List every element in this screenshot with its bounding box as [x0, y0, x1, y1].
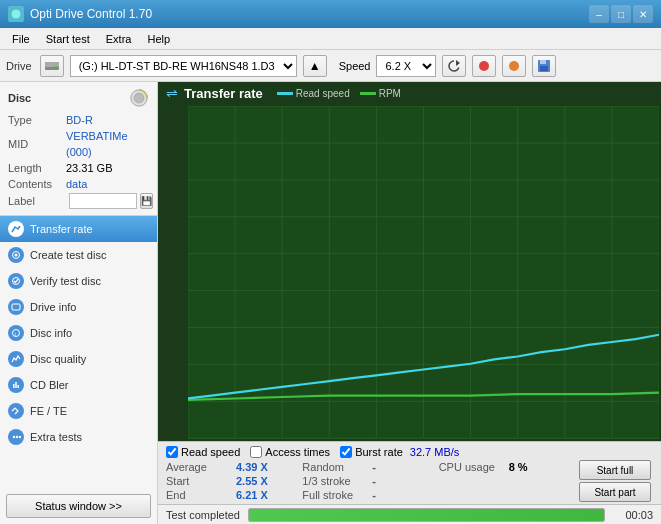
cb-access-times: Access times	[250, 446, 330, 458]
svg-marker-4	[456, 60, 460, 66]
nav-item-disc-info[interactable]: i Disc info	[0, 320, 157, 346]
stat-end: End 6.21 X	[166, 488, 302, 502]
nav-item-disc-quality[interactable]: Disc quality	[0, 346, 157, 372]
cb-read-speed: Read speed	[166, 446, 240, 458]
label-edit-button[interactable]: 💾	[140, 193, 153, 209]
svg-point-3	[54, 66, 57, 69]
nav-item-extra-tests[interactable]: Extra tests	[0, 424, 157, 450]
contents-value: data	[66, 176, 149, 192]
nav-item-cd-bler[interactable]: CD Bler	[0, 372, 157, 398]
average-label: Average	[166, 461, 236, 473]
cb-burst-rate-input[interactable]	[340, 446, 352, 458]
cb-read-speed-input[interactable]	[166, 446, 178, 458]
window-controls: – □ ✕	[589, 5, 653, 23]
create-test-disc-icon	[8, 247, 24, 263]
start-full-button[interactable]: Start full	[579, 460, 651, 480]
average-value: 4.39 X	[236, 461, 268, 473]
progress-label: Test completed	[166, 509, 240, 521]
svg-point-15	[15, 254, 18, 257]
app-icon	[8, 6, 24, 22]
stat-empty-2	[439, 488, 575, 502]
disc-length-row: Length 23.31 GB	[8, 160, 149, 176]
chart-header: ⇌ Transfer rate Read speed RPM	[158, 82, 661, 104]
menu-extra[interactable]: Extra	[98, 31, 140, 47]
checkboxes-row: Read speed Access times Burst rate 32.7 …	[166, 444, 653, 460]
stats-bar: Read speed Access times Burst rate 32.7 …	[158, 441, 661, 504]
nav-label-extra-tests: Extra tests	[30, 431, 82, 443]
minimize-button[interactable]: –	[589, 5, 609, 23]
speed-select[interactable]: 6.2 X	[376, 55, 436, 77]
stat-1-3-stroke: 1/3 stroke -	[302, 474, 438, 488]
eject-button[interactable]: ▲	[303, 55, 327, 77]
maximize-button[interactable]: □	[611, 5, 631, 23]
nav-item-create-test-disc[interactable]: Create test disc	[0, 242, 157, 268]
svg-text:i: i	[15, 331, 16, 337]
rpm-color	[360, 92, 376, 95]
stat-full-stroke: Full stroke -	[302, 488, 438, 502]
nav-label-disc-quality: Disc quality	[30, 353, 86, 365]
nav-label-cd-bler: CD Bler	[30, 379, 69, 391]
svg-rect-2	[45, 62, 59, 67]
chart-svg: 18X 16X 14X 12X 10X 8X 6X 4X 2X	[188, 106, 659, 439]
cb-burst-rate: Burst rate 32.7 MB/s	[340, 446, 459, 458]
fe-te-icon	[8, 403, 24, 419]
length-value: 23.31 GB	[66, 160, 149, 176]
full-stroke-value: -	[372, 489, 376, 501]
disc-panel: Disc Type BD-R MID VERBATIMe (000)	[0, 82, 157, 216]
verify-test-disc-icon	[8, 273, 24, 289]
drive-label: Drive	[6, 60, 32, 72]
cd-bler-icon	[8, 377, 24, 393]
speed-label: Speed	[339, 60, 371, 72]
end-label: End	[166, 489, 236, 501]
nav-item-transfer-rate[interactable]: Transfer rate	[0, 216, 157, 242]
window-title: Opti Drive Control 1.70	[30, 7, 152, 21]
cb-access-times-input[interactable]	[250, 446, 262, 458]
menu-file[interactable]: File	[4, 31, 38, 47]
red-button[interactable]	[472, 55, 496, 77]
chart-legend: Read speed RPM	[277, 88, 401, 99]
svg-rect-8	[540, 60, 546, 64]
disc-quality-icon	[8, 351, 24, 367]
disc-mid-row: MID VERBATIMe (000)	[8, 128, 149, 160]
refresh-button[interactable]	[442, 55, 466, 77]
nav-item-drive-info[interactable]: Drive info	[0, 294, 157, 320]
svg-rect-9	[540, 66, 548, 71]
close-button[interactable]: ✕	[633, 5, 653, 23]
length-label: Length	[8, 160, 66, 176]
start-part-button[interactable]: Start part	[579, 482, 651, 502]
svg-point-6	[509, 61, 519, 71]
extra-tests-icon	[8, 429, 24, 445]
svg-rect-17	[12, 304, 20, 310]
cb-read-speed-label: Read speed	[181, 446, 240, 458]
menu-start-test[interactable]: Start test	[38, 31, 98, 47]
nav-item-fe-te[interactable]: FE / TE	[0, 398, 157, 424]
save-button[interactable]	[532, 55, 556, 77]
chart-title-icon: ⇌	[166, 85, 178, 101]
nav-label-verify-test-disc: Verify test disc	[30, 275, 101, 287]
end-value: 6.21 X	[236, 489, 268, 501]
sidebar: Disc Type BD-R MID VERBATIMe (000)	[0, 82, 158, 524]
status-window-button[interactable]: Status window >>	[6, 494, 151, 518]
stat-start: Start 2.55 X	[166, 474, 302, 488]
disc-label-row: Label 💾	[8, 193, 149, 209]
label-input[interactable]	[69, 193, 137, 209]
svg-point-25	[19, 436, 21, 438]
nav-label-fe-te: FE / TE	[30, 405, 67, 417]
nav-item-verify-test-disc[interactable]: Verify test disc	[0, 268, 157, 294]
progress-bar-fill	[249, 509, 604, 521]
svg-point-13	[138, 97, 140, 99]
nav-label-create-test-disc: Create test disc	[30, 249, 106, 261]
nav-label-transfer-rate: Transfer rate	[30, 223, 93, 235]
nav-label-drive-info: Drive info	[30, 301, 76, 313]
info-button[interactable]	[502, 55, 526, 77]
type-value: BD-R	[66, 112, 149, 128]
svg-point-5	[479, 61, 489, 71]
stat-random: Random -	[302, 460, 438, 474]
legend-read-speed: Read speed	[277, 88, 350, 99]
drive-select[interactable]: (G:) HL-DT-ST BD-RE WH16NS48 1.D3	[70, 55, 297, 77]
main-area: Disc Type BD-R MID VERBATIMe (000)	[0, 82, 661, 524]
transfer-rate-icon	[8, 221, 24, 237]
mid-label: MID	[8, 136, 66, 152]
menu-help[interactable]: Help	[139, 31, 178, 47]
cb-access-times-label: Access times	[265, 446, 330, 458]
